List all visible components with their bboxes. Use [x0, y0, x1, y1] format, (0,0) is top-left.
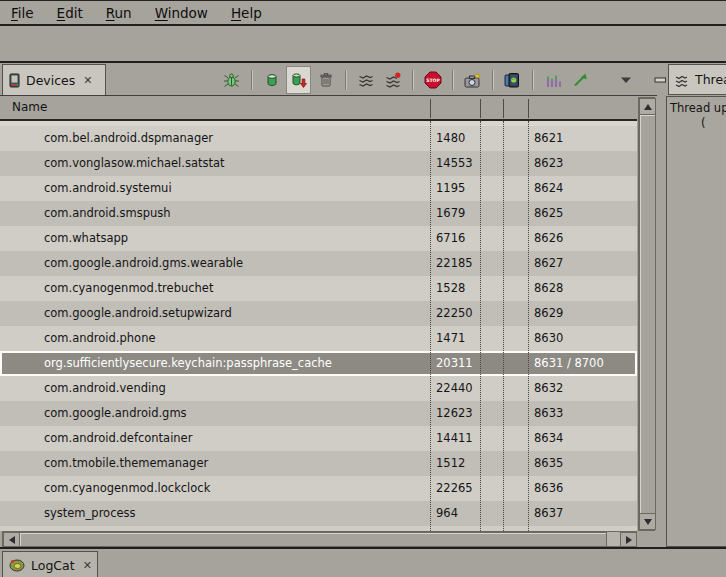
process-port: 8637 — [534, 506, 563, 520]
menu-file[interactable]: File — [11, 5, 34, 21]
process-port: 8635 — [534, 456, 563, 470]
threads-message-line2: ( — [701, 116, 706, 130]
table-row[interactable]: com.cyanogenmod.lockclock222658636 — [0, 476, 637, 501]
table-row[interactable]: com.google.android.setupwizard222508629 — [0, 301, 637, 326]
menu-help[interactable]: Help — [231, 5, 262, 21]
vertical-scrollbar[interactable] — [638, 97, 655, 531]
device-screen-icon — [504, 72, 521, 88]
dump-hprof-button[interactable] — [286, 66, 311, 94]
scroll-left-icon — [9, 536, 15, 544]
scroll-right-button[interactable] — [620, 532, 637, 547]
start-method-profiling-button[interactable] — [380, 66, 405, 94]
column-divider[interactable] — [528, 99, 529, 118]
menu-bar: FileEditRunWindowHelp — [0, 1, 726, 26]
scroll-up-button[interactable] — [639, 98, 656, 115]
close-icon[interactable]: ✕ — [83, 559, 92, 572]
menu-edit[interactable]: Edit — [57, 5, 83, 21]
horizontal-scrollbar[interactable] — [2, 531, 637, 547]
process-pid: 14411 — [436, 431, 473, 445]
process-pid: 22440 — [436, 381, 473, 395]
scroll-up-icon — [644, 104, 652, 110]
process-port: 8628 — [534, 281, 563, 295]
view-menu-button[interactable] — [613, 66, 638, 94]
debug-button[interactable] — [219, 66, 244, 94]
tab-devices[interactable]: Devices ✕ — [2, 64, 106, 95]
process-name: com.google.android.gms — [44, 406, 187, 420]
column-separator — [503, 121, 504, 531]
process-pid: 1528 — [436, 281, 465, 295]
process-port: 8627 — [534, 256, 563, 270]
table-header[interactable]: Name — [0, 97, 637, 121]
table-row[interactable]: com.android.defcontainer144118634 — [0, 426, 637, 451]
process-pid: 6716 — [436, 231, 465, 245]
table-row[interactable]: org.sufficientlysecure.keychain:passphra… — [0, 351, 637, 376]
process-port: 8630 — [534, 331, 563, 345]
table-row[interactable]: com.bel.android.dspmanager14808621 — [0, 126, 637, 151]
process-name: com.cyanogenmod.lockclock — [44, 481, 210, 495]
table-row[interactable]: com.vonglasow.michael.satstat145538623 — [0, 151, 637, 176]
process-name: com.android.defcontainer — [44, 431, 192, 445]
close-icon[interactable]: ✕ — [83, 74, 92, 87]
menu-window[interactable]: Window — [155, 5, 208, 21]
logcat-view: LogCat ✕ — [0, 549, 726, 577]
process-port: 8633 — [534, 406, 563, 420]
process-pid: 22265 — [436, 481, 473, 495]
scroll-left-button[interactable] — [3, 532, 20, 547]
update-heap-button[interactable] — [259, 66, 284, 94]
dump-hprof-icon — [290, 72, 307, 89]
update-threads-button[interactable] — [353, 66, 378, 94]
table-row[interactable]: com.cyanogenmod.trebuchet15288628 — [0, 276, 637, 301]
table-row[interactable]: com.android.phone14718630 — [0, 326, 637, 351]
table-row[interactable]: system_process9648637 — [0, 501, 637, 526]
phone-icon — [9, 73, 20, 88]
process-name: com.whatsapp — [44, 231, 128, 245]
table-row[interactable]: com.tmobile.thememanager15128635 — [0, 451, 637, 476]
process-port: 8625 — [534, 206, 563, 220]
table-row[interactable]: com.google.android.gms126238633 — [0, 401, 637, 426]
systrace-button[interactable] — [540, 66, 565, 94]
process-name: com.android.phone — [44, 331, 156, 345]
column-divider[interactable] — [480, 99, 481, 118]
process-port: 8621 — [534, 131, 563, 145]
process-port: 8632 — [534, 381, 563, 395]
process-name: system_process — [44, 506, 136, 520]
process-name: com.google.android.gms.wearable — [44, 256, 243, 270]
process-pid: 1480 — [436, 131, 465, 145]
ddms-window: { "colors": { "window_bg": "#a6a39c", "t… — [0, 0, 726, 577]
opengl-trace-button[interactable] — [567, 66, 592, 94]
process-pid: 1195 — [436, 181, 465, 195]
tab-logcat[interactable]: LogCat ✕ — [2, 551, 98, 577]
process-name: com.android.systemui — [44, 181, 172, 195]
scroll-down-icon — [644, 519, 652, 525]
table-row[interactable]: com.google.android.gms.wearable221858627 — [0, 251, 637, 276]
horizontal-scroll-thumb[interactable] — [19, 532, 607, 547]
process-port: 8636 — [534, 481, 563, 495]
device-screen-button[interactable] — [500, 66, 525, 94]
threads-message-line1: Thread up — [670, 101, 726, 115]
toolbar-separator — [492, 70, 493, 90]
start-method-profiling-icon — [385, 72, 401, 88]
table-row[interactable]: com.android.systemui11958624 — [0, 176, 637, 201]
table-row[interactable]: com.whatsapp67168626 — [0, 226, 637, 251]
menu-run[interactable]: Run — [106, 5, 132, 21]
screen-capture-button[interactable] — [460, 66, 485, 94]
column-divider[interactable] — [430, 99, 431, 118]
stop-process-button[interactable]: STOP — [420, 66, 445, 94]
systrace-icon — [545, 72, 561, 88]
process-pid: 12623 — [436, 406, 473, 420]
scroll-down-button[interactable] — [639, 513, 656, 530]
column-separator — [430, 121, 431, 531]
table-row[interactable]: com.android.smspush16798625 — [0, 201, 637, 226]
column-divider[interactable] — [503, 99, 504, 118]
cause-gc-button[interactable] — [313, 66, 338, 94]
column-header-name[interactable]: Name — [12, 100, 47, 114]
tab-threads[interactable]: Threads — [668, 64, 726, 95]
stop-process-icon: STOP — [424, 71, 442, 89]
table-row[interactable]: com.android.vending224408632 — [0, 376, 637, 401]
vertical-scroll-thumb[interactable] — [639, 114, 656, 514]
opengl-trace-icon — [572, 72, 588, 88]
toolbar-separator — [345, 70, 346, 90]
process-port: 8631 / 8700 — [534, 356, 604, 370]
process-name: com.bel.android.dspmanager — [44, 131, 213, 145]
cause-gc-icon — [318, 72, 334, 88]
